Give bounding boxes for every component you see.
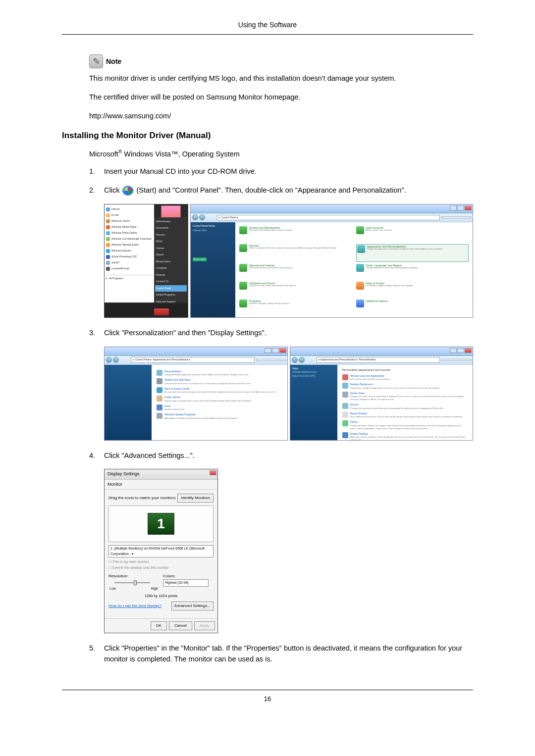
appearance-item-sidebar[interactable]: Windows Sidebar PropertiesAdd gadgets to…	[157, 413, 282, 420]
menu-item[interactable]: Adobe Photoshop CS2	[106, 254, 153, 260]
close-button[interactable]	[279, 348, 286, 353]
back-button[interactable]	[106, 357, 112, 363]
search-box[interactable]	[441, 359, 471, 361]
appearance-item-folder[interactable]: Folder OptionsSpecify single- or double-…	[157, 396, 282, 403]
menu-item[interactable]: Pictures	[155, 232, 187, 239]
step-1-number: 1.	[89, 166, 104, 177]
sidebar-item[interactable]: Classic View	[193, 229, 233, 233]
address-bar[interactable]: ▸ Appearance and Personalization ▸ Perso…	[317, 357, 440, 363]
sidebar-link[interactable]: Change desktop icons	[292, 370, 335, 374]
back-button[interactable]	[292, 357, 298, 363]
window-titlebar	[105, 347, 287, 356]
menu-item[interactable]: E-mail	[106, 212, 153, 218]
identify-monitors-button[interactable]: Identify Monitors	[177, 494, 214, 503]
power-button[interactable]	[154, 308, 169, 315]
menu-item[interactable]: Windows Explorer	[106, 248, 153, 254]
cp-category-appearance[interactable]: Appearance and PersonalizationChange the…	[356, 244, 469, 262]
monitor-1-icon[interactable]: 1	[148, 513, 174, 535]
minimize-button[interactable]	[450, 348, 457, 353]
os-line: Microsoft® Windows Vista™, Operating Sys…	[89, 148, 473, 160]
pers-item-display[interactable]: Display SettingsAdjust your monitor reso…	[342, 432, 468, 441]
menu-item[interactable]: Windows Photo Gallery	[106, 230, 153, 236]
personalization-window: ▸ Appearance and Personalization ▸ Perso…	[290, 347, 474, 441]
maximize-button[interactable]	[457, 205, 464, 210]
maximize-button[interactable]	[457, 348, 464, 353]
monitor-selector[interactable]: 1. (Multiple Monitors) on NVIDIA GeForce…	[108, 545, 214, 557]
personalization-heading: Personalize appearance and sounds	[342, 368, 468, 372]
advanced-settings-button[interactable]: Advanced Settings...	[171, 602, 214, 610]
menu-item[interactable]: teamDr	[106, 260, 153, 266]
note-icon: ✎	[89, 54, 103, 68]
cancel-button[interactable]: Cancel	[169, 621, 192, 630]
ok-button[interactable]: OK	[151, 621, 167, 630]
step-5-number: 5.	[89, 643, 104, 665]
help-link[interactable]: How do I get the best display?	[108, 603, 161, 609]
close-button[interactable]	[210, 470, 216, 475]
forward-button[interactable]	[199, 214, 205, 220]
cp-category-users[interactable]: User AccountsAdd or remove user accounts	[356, 226, 469, 242]
sidebar-head: Control Panel Home	[193, 224, 233, 228]
menu-item[interactable]: Connect To	[155, 278, 187, 285]
start-menu-bottom	[105, 303, 188, 317]
pers-item-theme[interactable]: ThemeChange the theme. Themes can change…	[342, 420, 468, 430]
menu-item[interactable]: Network	[155, 272, 187, 279]
appearance-item-fonts[interactable]: FontsInstall or remove a font	[157, 404, 282, 411]
menu-item[interactable]: LiveseokPrompt	[106, 266, 153, 272]
pers-item-color[interactable]: Window Color and AppearanceFine tune the…	[342, 374, 468, 381]
minimize-button[interactable]	[265, 348, 271, 353]
all-programs[interactable]: ▸ All Programs	[106, 275, 153, 282]
pers-item-background[interactable]: Desktop BackgroundChoose from available …	[342, 383, 468, 390]
forward-button[interactable]	[113, 357, 119, 363]
cp-category-system[interactable]: System and MaintenanceGet started with W…	[239, 226, 352, 242]
search-box[interactable]	[256, 359, 286, 361]
colors-label: Colors:	[163, 573, 214, 579]
pers-item-sounds[interactable]: SoundsChange which sounds are heard when…	[342, 403, 468, 410]
menu-item[interactable]: Games	[155, 245, 187, 252]
address-bar[interactable]: ▸ Control Panel ▸	[217, 215, 440, 221]
appearance-window: ▸ Control Panel ▸ Appearance and Persona…	[104, 347, 288, 441]
cp-category-security[interactable]: SecurityCheck for updates Check this com…	[239, 244, 352, 262]
forward-button[interactable]	[299, 357, 305, 363]
cp-category-additional[interactable]: Additional Options	[356, 300, 469, 315]
note-paragraph-2: The certified driver will be posted on S…	[89, 92, 473, 103]
pers-item-mouse[interactable]: Mouse PointersPick a different mouse poi…	[342, 412, 468, 419]
pers-item-screensaver[interactable]: Screen SaverChange your screen saver or …	[342, 392, 468, 402]
address-bar[interactable]: ▸ Control Panel ▸ Appearance and Persona…	[131, 357, 255, 363]
cp-category-clock[interactable]: Clock, Language, and RegionChange keyboa…	[356, 264, 469, 280]
extend-desktop-checkbox[interactable]: ☐ Extend the desktop onto this monitor	[108, 565, 214, 571]
menu-item[interactable]: Administrator	[155, 218, 187, 225]
menu-item[interactable]: Windows Live Messenger Download	[106, 236, 153, 242]
back-button[interactable]	[192, 214, 198, 220]
slider-high: High	[151, 586, 158, 592]
resolution-slider[interactable]	[108, 580, 159, 585]
maximize-button[interactable]	[272, 348, 279, 353]
cp-category-network[interactable]: Network and InternetView network status …	[239, 264, 352, 280]
menu-item[interactable]: Windows Media Player	[106, 224, 153, 230]
menu-item[interactable]: Computer	[155, 265, 187, 272]
close-button[interactable]	[465, 205, 472, 210]
monitor-tab[interactable]: Monitor	[105, 480, 217, 490]
colors-selector[interactable]: Highest (32 bit)	[163, 579, 209, 587]
menu-item[interactable]: Recent Items	[155, 258, 187, 265]
main-monitor-checkbox[interactable]: ☐ This is my main monitor	[108, 559, 214, 565]
menu-item[interactable]: Default Programs	[155, 292, 187, 299]
appearance-item-ease[interactable]: Ease of Access CenterAccommodate low vis…	[157, 387, 282, 394]
cp-category-programs[interactable]: ProgramsUninstall a program Change start…	[239, 300, 352, 315]
menu-item[interactable]: Windows Meeting Space	[106, 242, 153, 248]
minimize-button[interactable]	[450, 205, 457, 210]
search-box[interactable]	[441, 216, 471, 218]
appearance-item-taskbar[interactable]: Taskbar and Start MenuCustomize the Star…	[157, 378, 282, 385]
close-button[interactable]	[465, 348, 472, 353]
cp-category-ease[interactable]: Ease of AccessLet Windows suggest settin…	[356, 282, 469, 298]
cp-category-hardware[interactable]: Hardware and SoundPlay CDs or other medi…	[239, 282, 352, 298]
menu-item[interactable]: Music	[155, 238, 187, 245]
dialog-title: Display Settings	[107, 471, 140, 476]
apply-button[interactable]: Apply	[194, 621, 215, 630]
appearance-item-personalization[interactable]: PersonalizationChange desktop background…	[157, 370, 282, 377]
menu-item[interactable]: Search	[155, 252, 187, 258]
sidebar-link[interactable]: Adjust font size (DPI)	[292, 374, 335, 378]
control-panel-item[interactable]: Control Panel	[155, 285, 187, 292]
menu-item[interactable]: Documents	[155, 225, 187, 232]
menu-item[interactable]: Welcome Center	[106, 218, 153, 224]
menu-item[interactable]: Internet	[106, 206, 153, 212]
